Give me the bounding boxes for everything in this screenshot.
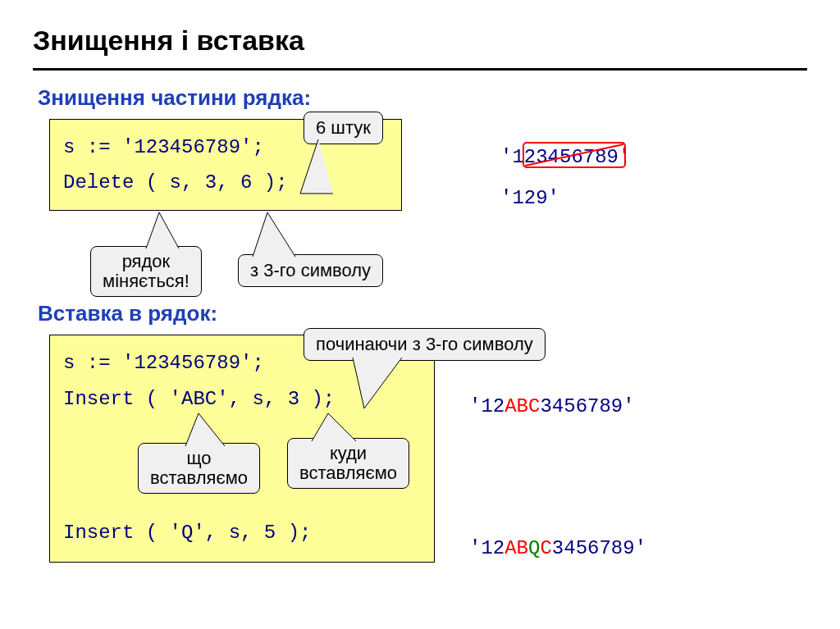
code-line: Insert ( 'ABC', s, 3 );: [63, 381, 421, 417]
result-delete-after: '129': [500, 187, 559, 209]
callout-from-3rd: з 3-го символу: [238, 254, 383, 287]
page-title: Знищення і вставка: [33, 25, 807, 71]
section2-heading: Вставка в рядок:: [38, 301, 807, 326]
result-insert-1: '12ABC3456789': [469, 395, 635, 417]
callout-where-insert: куди вставляємо: [287, 438, 409, 489]
result-insert-2: '12ABQC3456789': [469, 537, 646, 559]
callout-count: 6 штук: [304, 112, 383, 144]
section1-heading: Знищення частини рядка:: [38, 85, 807, 111]
code-line: Delete ( s, 3, 6 );: [63, 165, 388, 200]
callout-what-insert: що вставляємо: [138, 443, 260, 494]
callout-pointer: [236, 209, 310, 258]
code-line: Insert ( 'Q', s, 5 );: [63, 515, 421, 550]
result-delete-before: '123456789': [500, 146, 630, 168]
callout-row-changes: рядок міняється!: [90, 246, 202, 297]
callout-start-from-3rd: починаючи з 3-го символу: [304, 328, 546, 361]
callout-pointer: [139, 209, 189, 250]
